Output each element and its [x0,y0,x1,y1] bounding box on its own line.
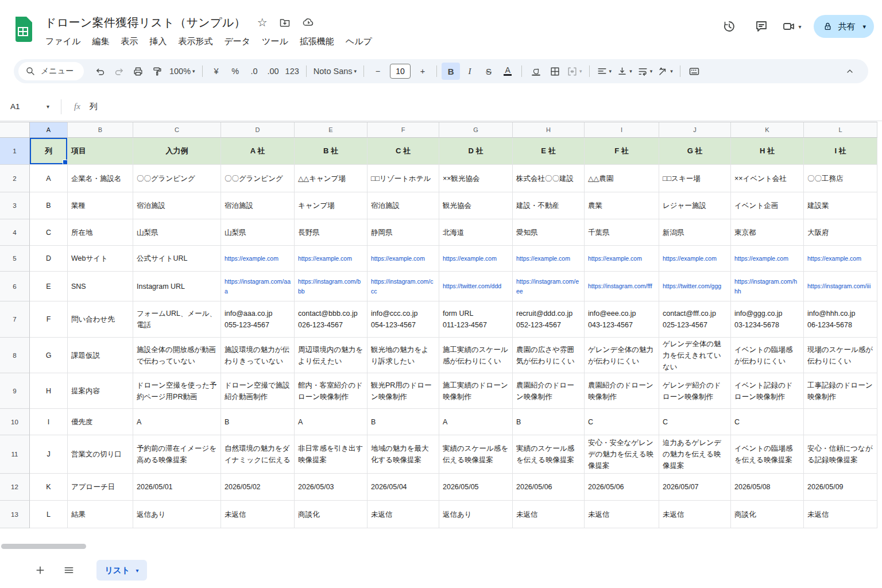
column-header-I[interactable]: I [585,122,659,138]
row-header-1[interactable]: 1 [0,138,30,165]
cell-B7[interactable]: 問い合わせ先 [68,301,133,338]
column-header-E[interactable]: E [295,122,368,138]
cell-A1[interactable]: 列 [30,138,68,165]
cell-D11[interactable]: 自然環境の魅力をダイナミックに伝える [221,435,295,474]
row-header-6[interactable]: 6 [0,272,30,301]
cell-I1[interactable]: F 社 [585,138,659,165]
cell-F4[interactable]: 静岡県 [368,219,439,246]
menu-item-4[interactable]: 表示形式 [172,34,218,49]
menu-item-3[interactable]: 挿入 [144,34,172,49]
row-header-13[interactable]: 13 [0,501,30,528]
cell-L12[interactable]: 2026/05/09 [804,474,877,501]
cell-K11[interactable]: イベントの臨場感を伝える映像提案 [731,435,804,474]
cell-F2[interactable]: □□リゾートホテル [368,165,439,192]
fill-color-icon[interactable] [527,63,545,80]
cell-L10[interactable] [804,409,877,435]
cell-C11[interactable]: 予約前の滞在イメージを高める映像提案 [133,435,221,474]
cell-I8[interactable]: ゲレンデ全体の魅力が伝わりにくい [585,338,659,373]
cell-L5[interactable]: https://example.com [804,246,877,272]
cell-H13[interactable]: 未返信 [513,501,585,528]
cell-K13[interactable]: 商談化 [731,501,804,528]
column-header-D[interactable]: D [221,122,295,138]
cell-E13[interactable]: 商談化 [295,501,368,528]
vertical-align-icon[interactable]: ▾ [614,63,635,80]
column-header-C[interactable]: C [133,122,221,138]
cell-J12[interactable]: 2026/05/07 [659,474,731,501]
cell-J3[interactable]: レジャー施設 [659,192,731,219]
cell-E4[interactable]: 長野県 [295,219,368,246]
search-menus-button[interactable]: メニュー [18,62,84,80]
menu-item-2[interactable]: 表示 [115,34,144,49]
cell-E3[interactable]: キャンプ場 [295,192,368,219]
cell-H11[interactable]: 実績のスケール感を伝える映像提案 [513,435,585,474]
cell-D9[interactable]: ドローン空撮で施設紹介動画制作 [221,373,295,409]
cell-E1[interactable]: B 社 [295,138,368,165]
cell-B4[interactable]: 所在地 [68,219,133,246]
cell-C10[interactable]: A [133,409,221,435]
cell-L11[interactable]: 安心・信頼につながる記録映像提案 [804,435,877,474]
comments-icon[interactable] [750,15,773,38]
cell-A4[interactable]: C [30,219,68,246]
zoom-select[interactable]: 100%▾ [167,63,198,80]
cell-G1[interactable]: D 社 [439,138,513,165]
bold-button[interactable]: B [442,63,460,80]
cell-K7[interactable]: info@ggg.co.jp 03-1234-5678 [731,301,804,338]
cell-D8[interactable]: 施設環境の魅力が伝わりきっていない [221,338,295,373]
cell-G8[interactable]: 施工実績のスケール感が伝わりにくい [439,338,513,373]
cell-D1[interactable]: A 社 [221,138,295,165]
undo-icon[interactable] [91,63,110,80]
cell-J7[interactable]: contact@fff.co.jp 025-123-4567 [659,301,731,338]
cell-G11[interactable]: 実績のスケール感を伝える映像提案 [439,435,513,474]
cell-E7[interactable]: contact@bbb.co.jp 026-123-4567 [295,301,368,338]
cell-D6[interactable]: https://instagram.com/aaa [221,272,295,301]
cell-K10[interactable]: C [731,409,804,435]
cell-K12[interactable]: 2026/05/08 [731,474,804,501]
cell-G4[interactable]: 北海道 [439,219,513,246]
menu-item-7[interactable]: 拡張機能 [294,34,340,49]
sheets-logo-icon[interactable] [14,17,32,42]
cell-C8[interactable]: 施設全体の開放感が動画で伝わっていない [133,338,221,373]
cell-H9[interactable]: 農園紹介のドローン映像制作 [513,373,585,409]
print-icon[interactable] [129,63,148,80]
cell-C5[interactable]: 公式サイトURL [133,246,221,272]
cell-F6[interactable]: https://instagram.com/ccc [368,272,439,301]
cell-I13[interactable]: 未返信 [585,501,659,528]
cell-K4[interactable]: 東京都 [731,219,804,246]
cell-I5[interactable]: https://example.com [585,246,659,272]
cell-L6[interactable]: https://instagram.com/iii [804,272,877,301]
cell-F9[interactable]: 観光PR用のドローン映像制作 [368,373,439,409]
cell-G10[interactable]: A [439,409,513,435]
cell-J4[interactable]: 新潟県 [659,219,731,246]
cell-G7[interactable]: form URL 011-123-4567 [439,301,513,338]
cell-I11[interactable]: 安心・安全なゲレンデの魅力を伝える映像提案 [585,435,659,474]
merge-cells-icon[interactable]: ▾ [564,63,585,80]
row-header-5[interactable]: 5 [0,246,30,272]
decrease-font-size-button[interactable]: − [369,63,387,80]
cell-C4[interactable]: 山梨県 [133,219,221,246]
cell-D3[interactable]: 宿泊施設 [221,192,295,219]
cell-F1[interactable]: C 社 [368,138,439,165]
cell-I6[interactable]: https://instagram.com/fff [585,272,659,301]
cell-G3[interactable]: 観光協会 [439,192,513,219]
row-header-11[interactable]: 11 [0,435,30,474]
cell-B11[interactable]: 営業文の切り口 [68,435,133,474]
format-percent-button[interactable]: % [226,63,245,80]
cell-K8[interactable]: イベントの臨場感が伝わりにくい [731,338,804,373]
cell-I9[interactable]: 農園紹介のドローン映像制作 [585,373,659,409]
cell-F12[interactable]: 2026/05/04 [368,474,439,501]
cell-G12[interactable]: 2026/05/05 [439,474,513,501]
cell-K2[interactable]: ××イベント会社 [731,165,804,192]
menu-item-6[interactable]: ツール [256,34,294,49]
cell-B12[interactable]: アプローチ日 [68,474,133,501]
cell-C9[interactable]: ドローン空撮を使った予約ページ用PR動画 [133,373,221,409]
cell-B1[interactable]: 項目 [68,138,133,165]
cell-E6[interactable]: https://instagram.com/bbb [295,272,368,301]
column-header-F[interactable]: F [368,122,439,138]
document-title[interactable]: ドローン案件獲得リスト（サンプル） [45,15,246,30]
row-header-4[interactable]: 4 [0,219,30,246]
text-wrap-icon[interactable]: ▾ [635,63,655,80]
cell-A2[interactable]: A [30,165,68,192]
cell-F11[interactable]: 地域の魅力を最大化する映像提案 [368,435,439,474]
menu-item-5[interactable]: データ [218,34,256,49]
cell-A3[interactable]: B [30,192,68,219]
